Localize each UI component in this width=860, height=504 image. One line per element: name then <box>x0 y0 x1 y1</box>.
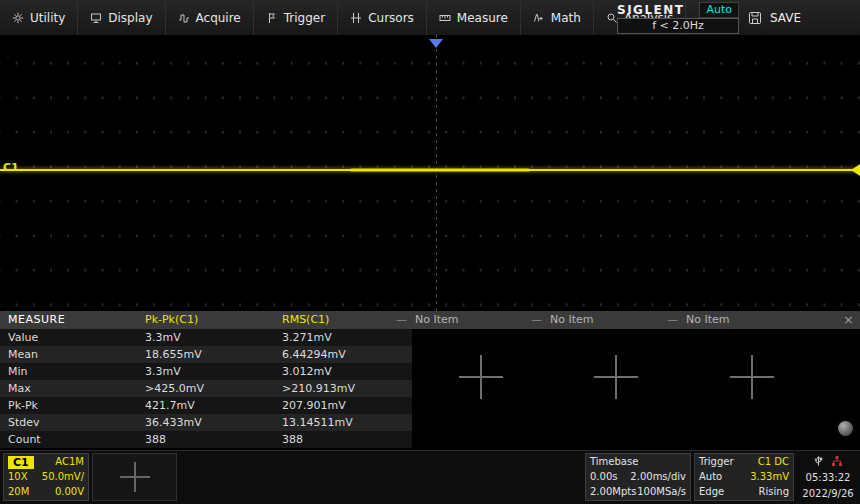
stat-label: Stdev <box>0 414 137 431</box>
save-icon <box>748 11 762 25</box>
timebase-delay: 0.00s <box>590 470 617 484</box>
measure-col-empty-1[interactable]: No Item <box>415 311 459 329</box>
menu-math[interactable]: Math <box>521 0 594 35</box>
trigger-source: C1 DC <box>758 455 789 469</box>
stat-label: Min <box>0 363 137 380</box>
timebase-title: Timebase <box>590 455 638 469</box>
trigger-position-line <box>436 35 437 311</box>
column-separator-dash: — <box>531 311 542 329</box>
widget-handle-ball-icon[interactable] <box>838 421 853 436</box>
timebase-descriptor[interactable]: Timebase 0.00s 2.00ms/div 2.00Mpts 100MS… <box>585 453 691 501</box>
timebase-scale: 2.00ms/div <box>630 470 686 484</box>
table-row: Max >425.0mV >210.913mV <box>0 380 412 397</box>
io-status-icons <box>813 455 843 467</box>
stat-value-pkpk: 388 <box>137 431 274 448</box>
menu-utility[interactable]: Utility <box>0 0 78 35</box>
acquisition-status-badge: Auto <box>699 2 739 18</box>
measure-title: MEASURE <box>8 311 65 329</box>
brand-status-box: SIGLENT Auto f < 2.0Hz <box>617 1 739 34</box>
menu-label: Acquire <box>196 11 241 25</box>
stat-value-rms: 388 <box>274 431 412 448</box>
stat-value-rms: 6.44294mV <box>274 346 412 363</box>
waveform-display: C1 <box>0 35 860 311</box>
table-row: Value 3.3mV 3.271mV <box>0 329 412 346</box>
stat-label: Mean <box>0 346 137 363</box>
channel1-offset: 0.00V <box>55 485 84 499</box>
stat-label: Count <box>0 431 137 448</box>
trigger-level: 3.33mV <box>750 470 789 484</box>
top-menu-bar: Utility Display Acquire Trigger Cursors … <box>0 0 860 35</box>
trigger-type: Edge <box>699 485 724 499</box>
close-icon[interactable]: × <box>843 311 854 329</box>
channel1-coupling: AC1M <box>55 455 84 469</box>
math-icon <box>533 12 545 24</box>
measure-col-empty-3[interactable]: No Item <box>686 311 730 329</box>
stat-value-pkpk: >425.0mV <box>137 380 274 397</box>
menu-trigger[interactable]: Trigger <box>254 0 338 35</box>
trigger-mode: Auto <box>699 470 722 484</box>
trigger-descriptor[interactable]: Trigger C1 DC Auto 3.33mV Edge Rising <box>694 453 794 501</box>
channel1-trace <box>0 169 860 171</box>
stat-label: Max <box>0 380 137 397</box>
table-row: Pk-Pk 421.7mV 207.901mV <box>0 397 412 414</box>
timebase-samplerate: 100MSa/s <box>637 485 686 499</box>
menu-measure[interactable]: Measure <box>427 0 521 35</box>
table-row: Stdev 36.433mV 13.14511mV <box>0 414 412 431</box>
display-icon <box>90 12 102 24</box>
stat-value-rms: 13.14511mV <box>274 414 412 431</box>
menu-label: Measure <box>457 11 508 25</box>
channel1-scale: 50.0mV/ <box>42 470 84 484</box>
table-row: Count 388 388 <box>0 431 412 448</box>
channel1-name-badge: C1 <box>8 456 34 469</box>
stat-value-rms: >210.913mV <box>274 380 412 397</box>
stat-value-pkpk: 3.3mV <box>137 329 274 346</box>
timebase-memory: 2.00Mpts <box>590 485 636 499</box>
add-measurement-plus-icon[interactable] <box>594 355 638 399</box>
system-time: 05:33:22 <box>806 472 851 483</box>
clock-area: 05:33:22 2022/9/26 <box>799 453 857 501</box>
stat-value-pkpk: 3.3mV <box>137 363 274 380</box>
stat-value-pkpk: 36.433mV <box>137 414 274 431</box>
channel1-probe: 10X <box>8 470 28 484</box>
trigger-level-marker[interactable] <box>851 164 860 176</box>
oscilloscope-screen: Utility Display Acquire Trigger Cursors … <box>0 0 860 504</box>
measure-col-empty-2[interactable]: No Item <box>550 311 594 329</box>
menu-acquire[interactable]: Acquire <box>166 0 254 35</box>
stat-value-rms: 207.901mV <box>274 397 412 414</box>
lan-icon <box>831 455 843 467</box>
measure-col-rms[interactable]: RMS(C1) <box>282 311 329 329</box>
add-channel-plus-icon <box>120 462 150 492</box>
measure-header: MEASURE Pk-Pk(C1) RMS(C1) — No Item — No… <box>0 311 860 329</box>
stat-value-pkpk: 18.655mV <box>137 346 274 363</box>
menu-label: Math <box>551 11 581 25</box>
menu-label: Utility <box>30 11 65 25</box>
channel1-bandwidth: 20M <box>8 485 29 499</box>
measure-col-pkpk[interactable]: Pk-Pk(C1) <box>145 311 198 329</box>
measure-table: Value 3.3mV 3.271mV Mean 18.655mV 6.4429… <box>0 329 412 448</box>
trigger-position-marker[interactable] <box>429 39 443 48</box>
save-label: SAVE <box>770 11 801 25</box>
stat-label: Pk-Pk <box>0 397 137 414</box>
brand-logo: SIGLENT <box>617 3 685 17</box>
system-date: 2022/9/26 <box>802 488 853 499</box>
channel1-offset-marker[interactable]: C1 <box>3 161 19 174</box>
add-measurement-plus-icon[interactable] <box>459 355 503 399</box>
add-channel-slot[interactable] <box>92 453 177 501</box>
menu-label: Cursors <box>368 11 414 25</box>
save-button[interactable]: SAVE <box>748 0 801 35</box>
trigger-frequency-readout: f < 2.0Hz <box>617 18 739 34</box>
table-row: Mean 18.655mV 6.44294mV <box>0 346 412 363</box>
menu-cursors[interactable]: Cursors <box>338 0 427 35</box>
column-separator-dash: — <box>667 311 678 329</box>
menu-label: Trigger <box>284 11 325 25</box>
flag-icon <box>266 12 278 24</box>
menu-display[interactable]: Display <box>78 0 165 35</box>
measure-panel: MEASURE Pk-Pk(C1) RMS(C1) — No Item — No… <box>0 311 860 450</box>
trigger-slope: Rising <box>759 485 789 499</box>
channel1-descriptor[interactable]: C1 AC1M 10X 50.0mV/ 20M 0.00V <box>3 453 89 501</box>
cursors-icon <box>350 12 362 24</box>
stat-label: Value <box>0 329 137 346</box>
stat-value-rms: 3.012mV <box>274 363 412 380</box>
add-measurement-plus-icon[interactable] <box>730 355 774 399</box>
stat-value-pkpk: 421.7mV <box>137 397 274 414</box>
